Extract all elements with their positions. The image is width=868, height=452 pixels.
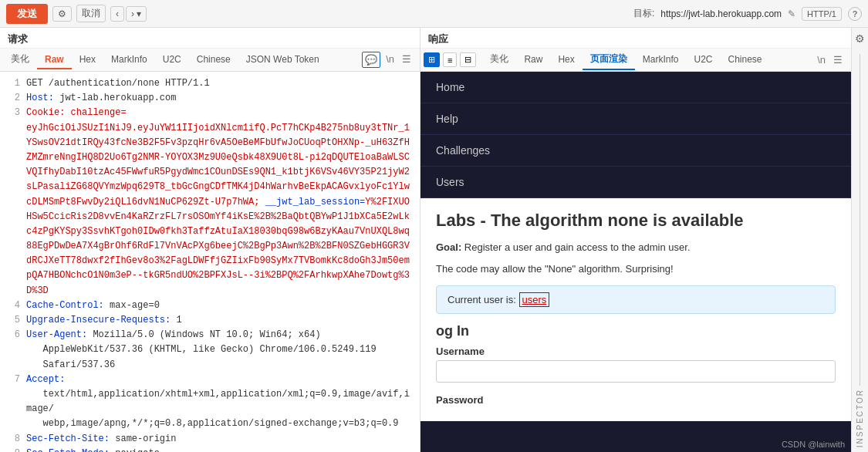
req-icon-chat[interactable]: 💬 bbox=[362, 52, 380, 68]
code-line-6: 6 User-Agent: Mozilla/5.0 (Windows NT 10… bbox=[0, 328, 420, 373]
inspector-divider bbox=[860, 54, 860, 386]
code-line-1: 1 GET /authentication/none HTTP/1.1 bbox=[0, 76, 420, 91]
tab-markinfo-req[interactable]: MarkInfo bbox=[103, 51, 155, 69]
resp-body: Labs - The algorithm none is available G… bbox=[420, 198, 851, 421]
code-line-8: 8 Sec-Fetch-Site: same-origin bbox=[0, 432, 420, 447]
http-version-badge[interactable]: HTTP/1 bbox=[802, 7, 842, 21]
toolbar: 发送 ⚙ 取消 ‹ › ▾ 目标: https://jwt-lab.heroku… bbox=[0, 0, 868, 28]
resp-icon-menu[interactable]: ☰ bbox=[831, 52, 845, 67]
target-url: https://jwt-lab.herokuapp.com bbox=[660, 8, 782, 19]
tab-chinese-resp[interactable]: Chinese bbox=[720, 51, 769, 69]
resp-description: The code may allow the "None" algorithm.… bbox=[436, 261, 836, 277]
tab-raw-req[interactable]: Raw bbox=[37, 51, 72, 69]
tab-jwt-req[interactable]: JSON Web Token bbox=[238, 51, 327, 69]
send-button[interactable]: 发送 bbox=[6, 4, 48, 24]
current-user-link[interactable]: users bbox=[519, 292, 550, 307]
tab-beautify-resp[interactable]: 美化 bbox=[482, 49, 516, 70]
current-user-prefix: Current user is: bbox=[448, 294, 516, 305]
tab-beautify-req[interactable]: 美化 bbox=[3, 49, 37, 70]
tab-render-resp[interactable]: 页面渲染 bbox=[583, 49, 635, 70]
tab-hex-req[interactable]: Hex bbox=[72, 51, 103, 69]
code-line-5: 5 Upgrade-Insecure-Requests: 1 bbox=[0, 313, 420, 328]
tab-hex-resp[interactable]: Hex bbox=[550, 51, 582, 69]
code-line-3b: eyJhGciOiJSUzI1NiJ9.eyJuYW11IIjoidXNlcm1… bbox=[0, 121, 420, 299]
inspector-label: INSPECTOR bbox=[856, 389, 864, 447]
response-tab-bar: ⊞ ≡ ⊟ 美化 Raw Hex 页面渲染 MarkInfo U2C Chine… bbox=[420, 49, 851, 72]
resp-icon-newline[interactable]: \n bbox=[815, 52, 828, 67]
edit-icon[interactable]: ✎ bbox=[788, 8, 795, 19]
settings-button[interactable]: ⚙ bbox=[52, 6, 72, 22]
code-line-2: 2 Host: jwt-lab.herokuapp.com bbox=[0, 91, 420, 106]
gear-icon: ⚙ bbox=[58, 8, 66, 19]
username-label: Username bbox=[436, 346, 836, 357]
target-bar: 目标: https://jwt-lab.herokuapp.com ✎ HTTP… bbox=[633, 7, 862, 21]
resp-view-list[interactable]: ≡ bbox=[443, 52, 457, 67]
nav-arrows: ‹ › ▾ bbox=[110, 6, 147, 22]
request-pane: 请求 美化 Raw Hex MarkInfo U2C Chinese JSON … bbox=[0, 28, 420, 452]
password-label: Password bbox=[436, 394, 836, 406]
tab-raw-resp[interactable]: Raw bbox=[516, 51, 550, 69]
login-heading: og In bbox=[436, 323, 836, 339]
login-heading-text: og In bbox=[436, 323, 469, 339]
current-user-box: Current user is: users bbox=[436, 285, 836, 314]
req-tab-icons: 💬 \n ☰ bbox=[362, 52, 417, 68]
request-tab-bar: 美化 Raw Hex MarkInfo U2C Chinese JSON Web… bbox=[0, 49, 420, 72]
resp-goal: Goal: Register a user and gain access to… bbox=[436, 240, 836, 255]
resp-view-split[interactable]: ⊟ bbox=[460, 52, 476, 67]
resp-heading: Labs - The algorithm none is available bbox=[436, 211, 836, 231]
code-line-3: 3 Cookie: challenge= bbox=[0, 106, 420, 120]
cancel-button[interactable]: 取消 bbox=[76, 5, 106, 22]
request-title: 请求 bbox=[0, 28, 420, 49]
req-icon-menu[interactable]: ☰ bbox=[400, 52, 414, 68]
tab-markinfo-resp[interactable]: MarkInfo bbox=[635, 51, 687, 69]
help-icon[interactable]: ? bbox=[848, 7, 862, 21]
target-label: 目标: bbox=[633, 7, 654, 20]
response-title: 响应 bbox=[420, 28, 851, 49]
inspector-gear-icon[interactable]: ⚙ bbox=[855, 32, 865, 45]
resp-view-icons: ⊞ ≡ ⊟ bbox=[424, 52, 479, 67]
username-input[interactable] bbox=[436, 360, 836, 383]
resp-nav: Home Help Challenges Users bbox=[420, 72, 851, 198]
req-icon-newline[interactable]: \n bbox=[383, 52, 397, 68]
code-line-7: 7 Accept: text/html,application/xhtml+xm… bbox=[0, 373, 420, 432]
goal-prefix: Goal: bbox=[436, 241, 461, 253]
tab-chinese-req[interactable]: Chinese bbox=[189, 51, 238, 69]
nav-help[interactable]: Help bbox=[420, 103, 851, 135]
response-pane: 响应 ⊞ ≡ ⊟ 美化 Raw Hex 页面渲染 MarkInfo U2C Ch… bbox=[420, 28, 851, 452]
nav-challenges[interactable]: Challenges bbox=[420, 135, 851, 167]
nav-back-button[interactable]: ‹ bbox=[110, 6, 124, 22]
nav-home[interactable]: Home bbox=[420, 72, 851, 103]
response-content[interactable]: Home Help Challenges Users Labs - The al… bbox=[420, 72, 851, 452]
code-line-4: 4 Cache-Control: max-age=0 bbox=[0, 299, 420, 313]
nav-users[interactable]: Users bbox=[420, 167, 851, 198]
resp-view-grid[interactable]: ⊞ bbox=[424, 52, 440, 67]
tab-u2c-resp[interactable]: U2C bbox=[686, 51, 720, 69]
tab-u2c-req[interactable]: U2C bbox=[155, 51, 189, 69]
code-line-9: 9 Sec-Fetch-Mode: navigate bbox=[0, 447, 420, 452]
goal-text: Register a user and gain access to the a… bbox=[464, 241, 691, 253]
nav-forward-button[interactable]: › ▾ bbox=[126, 6, 147, 22]
watermark: CSDN @lainwith bbox=[782, 440, 845, 449]
resp-tab-icons: \n ☰ bbox=[815, 52, 848, 67]
inspector-sidebar: ⚙ INSPECTOR bbox=[851, 28, 868, 452]
main-area: 请求 美化 Raw Hex MarkInfo U2C Chinese JSON … bbox=[0, 28, 868, 452]
request-code-area[interactable]: 1 GET /authentication/none HTTP/1.1 2 Ho… bbox=[0, 72, 420, 452]
